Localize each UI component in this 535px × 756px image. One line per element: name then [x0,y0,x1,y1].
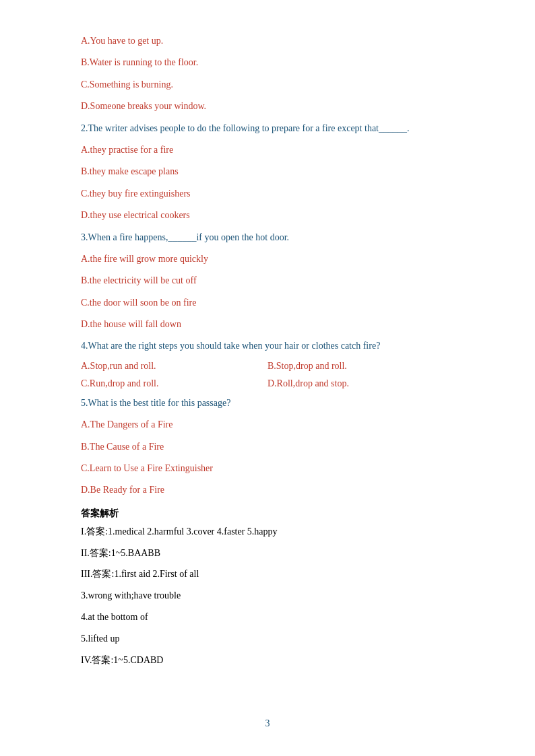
answer-3-title: III.答案:1.first aid 2.First of all [81,566,454,582]
question-5: 5.What is the best title for this passag… [81,396,454,411]
answer-1: I.答案:1.medical 2.harmful 3.cover 4.faste… [81,524,454,540]
option-b3: B.the electricity will be cut off [81,273,454,288]
question-3: 3.When a fire happens,______if you open … [81,230,454,245]
option-c5: C.Learn to Use a Fire Extinguisher [81,461,454,476]
option-d4: D.Roll,drop and stop. [268,378,454,389]
option-d3: D.the house will fall down [81,317,454,332]
answer-3-4: 5.lifted up [81,631,454,647]
option-a5: A.The Dangers of a Fire [81,417,454,432]
page: A.You have to get up. B.Water is running… [0,0,535,756]
q4-options-row1: A.Stop,run and roll. B.Stop,drop and rol… [81,361,454,372]
q4-options-row2: C.Run,drop and roll. D.Roll,drop and sto… [81,378,454,389]
page-number: 3 [265,718,270,729]
option-b1: B.Water is running to the floor. [81,55,454,70]
question-2: 2.The writer advises people to do the fo… [81,121,454,136]
answer-3-3: 4.at the bottom of [81,609,454,625]
option-c1: C.Something is burning. [81,77,454,92]
question-4: 4.What are the right steps you should ta… [81,339,454,353]
answer-section: 答案解析 I.答案:1.medical 2.harmful 3.cover 4.… [81,508,454,668]
option-d5: D.Be Ready for a Fire [81,483,454,497]
option-a4: A.Stop,run and roll. [81,361,268,372]
option-b4: B.Stop,drop and roll. [268,361,454,372]
answer-2: II.答案:1~5.BAABB [81,545,454,561]
option-c3: C.the door will soon be on fire [81,296,454,310]
option-b5: B.The Cause of a Fire [81,440,454,454]
option-a3: A.the fire will grow more quickly [81,252,454,267]
option-c2: C.they buy fire extinguishers [81,186,454,201]
option-a1: A.You have to get up. [81,34,454,48]
answer-4: IV.答案:1~5.CDABD [81,652,454,668]
option-d2: D.they use electrical cookers [81,208,454,223]
answer-section-title: 答案解析 [81,508,454,520]
answer-3-2: 3.wrong with;have trouble [81,588,454,604]
option-d1: D.Someone breaks your window. [81,99,454,114]
option-c4: C.Run,drop and roll. [81,378,268,389]
option-a2: A.they practise for a fire [81,143,454,158]
option-b2: B.they make escape plans [81,164,454,179]
